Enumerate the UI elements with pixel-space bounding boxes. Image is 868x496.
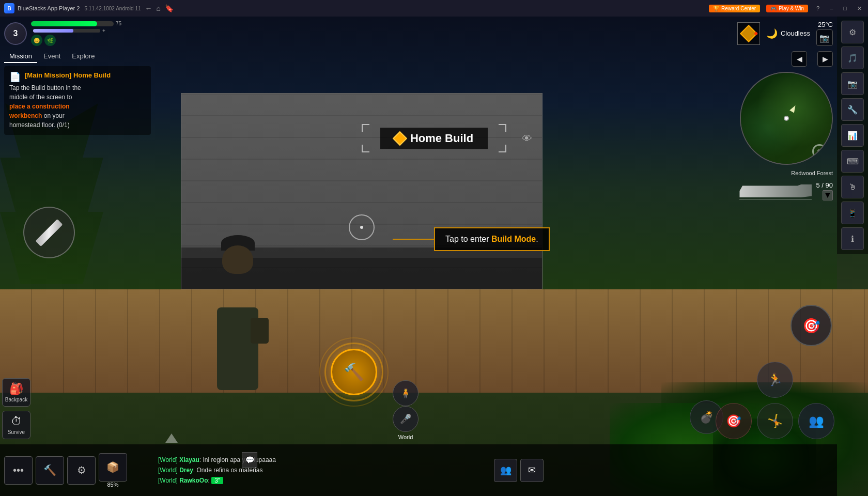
maximize-button[interactable]: □	[841, 4, 849, 12]
social-buttons: 👥 ✉	[489, 459, 549, 482]
grenade-icon: 💣	[700, 411, 714, 424]
stamina-row: +	[31, 28, 151, 34]
ammo-dropdown[interactable]: ▼	[823, 190, 833, 200]
mission-doc-icon: 📄	[9, 71, 21, 83]
run-button[interactable]: 🏃	[757, 362, 793, 398]
steering-wheel-icon[interactable]	[812, 144, 827, 159]
sidebar-btn-9[interactable]: ℹ	[841, 227, 864, 250]
play-win-button[interactable]: 🎮 Play & Win	[766, 5, 808, 12]
weapon-container	[739, 184, 812, 197]
weapon-underline	[739, 199, 812, 200]
home-build-bracket: Home Build 👁	[362, 124, 506, 152]
ammo-display: 5 / 90 ▼	[816, 181, 833, 200]
bookmark-button[interactable]: 🔖	[165, 4, 174, 12]
tab-explore[interactable]: Explore	[67, 50, 100, 63]
survive-label: Survive	[8, 429, 25, 435]
weather-display: 🌙 Cloudless	[766, 28, 810, 39]
chest-button[interactable]: 📦	[99, 453, 127, 482]
tab-event[interactable]: Event	[38, 50, 66, 63]
backpack-button[interactable]: 🎒 Backpack	[2, 378, 30, 407]
bottom-bar: 💬 ••• 🔨 ⚙ 📦 85% [World] Xiayau: Ini regi…	[0, 444, 837, 496]
titlebar: B BlueStacks App Player 2 5.11.42.1002 A…	[0, 0, 868, 17]
hammer-btn-container: 🔨	[36, 456, 64, 485]
envelope-button[interactable]: ✉	[520, 459, 544, 482]
ammo-count: 5 / 90	[816, 181, 833, 189]
char-head	[222, 245, 253, 274]
chat-message-3: [World] RawkoOo: 3"	[158, 475, 484, 486]
chat-input-bar[interactable]: 3"	[211, 477, 223, 484]
person-button[interactable]: 🧍	[393, 380, 419, 406]
interact-button[interactable]: 👥	[798, 403, 834, 439]
dots-menu-button[interactable]: •••	[4, 456, 33, 485]
combat-icon[interactable]	[737, 22, 760, 45]
minimap-nav-arrows: ◀ ▶	[792, 51, 833, 67]
chat-message-1: [World] Xiayau: Ini region apa ya? lupaa…	[158, 455, 484, 465]
titlebar-nav: ← ⌂ 🔖	[145, 4, 174, 12]
mission-tabs: Mission Event Explore	[4, 50, 151, 63]
sidebar-btn-7[interactable]: 🖱	[841, 176, 864, 198]
bottom-nav-group: ••• 🔨 ⚙ 📦 85%	[0, 453, 127, 488]
chat-scroll-up[interactable]	[165, 433, 178, 443]
build-action-button[interactable]: 🔨	[331, 349, 377, 395]
survive-button[interactable]: ⏱ Survive	[2, 411, 30, 439]
play-win-icon: 🎮	[770, 6, 777, 11]
ammo-circle-button[interactable]	[23, 207, 75, 258]
tooltip-connector-line	[393, 239, 434, 240]
scope-icon: 🎯	[802, 317, 820, 334]
friends-button[interactable]: 👥	[494, 459, 517, 482]
back-button[interactable]: ←	[145, 4, 152, 12]
tab-mission[interactable]: Mission	[4, 50, 37, 63]
char-backpack	[251, 318, 269, 344]
scope-button[interactable]: 🎯	[791, 305, 832, 346]
sidebar-btn-2[interactable]: 🎵	[841, 47, 864, 69]
chat-name-1: Xiayau	[179, 456, 199, 463]
mission-description: Tap the Build button in the middle of th…	[9, 83, 146, 130]
minimize-button[interactable]: –	[828, 4, 835, 12]
sidebar-btn-4[interactable]: 🔧	[841, 98, 864, 121]
char-body	[217, 307, 258, 390]
crouch-button[interactable]: 🤸	[757, 403, 793, 439]
mic-button[interactable]: 🎤	[393, 406, 419, 432]
level-badge: 3	[4, 22, 27, 45]
home-build-diamond-icon	[393, 131, 407, 145]
top-right-panel: 🌙 Cloudless 25°C 📷 ◀ ▶ Redwood Forest 5 …	[733, 17, 837, 205]
health-fill	[31, 21, 97, 26]
stamina-fill	[33, 29, 73, 33]
steering-button[interactable]: ⚙	[67, 456, 96, 485]
moon-icon: 🌙	[766, 28, 778, 39]
chat-message-2: [World] Drey: Onde refina os materias	[158, 465, 484, 475]
nav-arrow-left[interactable]: ◀	[792, 51, 807, 67]
sidebar-btn-6[interactable]: ⌨	[841, 150, 864, 173]
build-action-icon: 🔨	[344, 362, 364, 382]
backpack-label: Backpack	[5, 397, 27, 402]
right-action-buttons: 🏃 🎯 🤸 👥	[716, 362, 834, 439]
sidebar-btn-3[interactable]: 📷	[841, 72, 864, 95]
hammer-button[interactable]: 🔨	[36, 456, 64, 485]
world-label: World	[398, 434, 413, 440]
eye-icon[interactable]: 👁	[522, 132, 532, 144]
sidebar-btn-5[interactable]: 📊	[841, 124, 864, 147]
status-icon-2: 🌿	[44, 35, 56, 46]
sidebar-btn-1[interactable]: ⚙	[841, 21, 864, 43]
build-mode-tooltip[interactable]: Tap to enter Build Mode.	[393, 227, 550, 251]
bluestacks-icon: B	[4, 3, 14, 13]
close-button[interactable]: ✕	[855, 4, 864, 13]
home-button[interactable]: ⌂	[157, 4, 161, 12]
nav-arrow-right[interactable]: ▶	[817, 51, 833, 67]
reward-center-button[interactable]: 🏆 Reward Center	[709, 5, 760, 12]
sidebar-btn-8[interactable]: 📱	[841, 202, 864, 224]
ammo-icon	[35, 219, 63, 246]
run-icon: 🏃	[767, 373, 783, 387]
camera-button[interactable]: 📷	[816, 29, 833, 46]
person-icon: 🧍	[400, 388, 411, 399]
minimap[interactable]	[740, 72, 833, 165]
top-right-header: 🌙 Cloudless 25°C 📷	[737, 21, 833, 46]
home-build-label-container[interactable]: Home Build 👁	[362, 124, 506, 152]
stats-bars: 75 + 😊 🌿	[31, 21, 151, 46]
chat-icon-button[interactable]: 💬	[242, 452, 257, 468]
chat-text-1: : Ini region apa ya? lupaaaa	[199, 456, 276, 463]
steering-center	[817, 149, 822, 153]
help-button[interactable]: ?	[814, 4, 822, 12]
left-side-ui: 🎒 Backpack ⏱ Survive	[2, 378, 30, 439]
shoot-button[interactable]: 🎯	[716, 403, 752, 439]
